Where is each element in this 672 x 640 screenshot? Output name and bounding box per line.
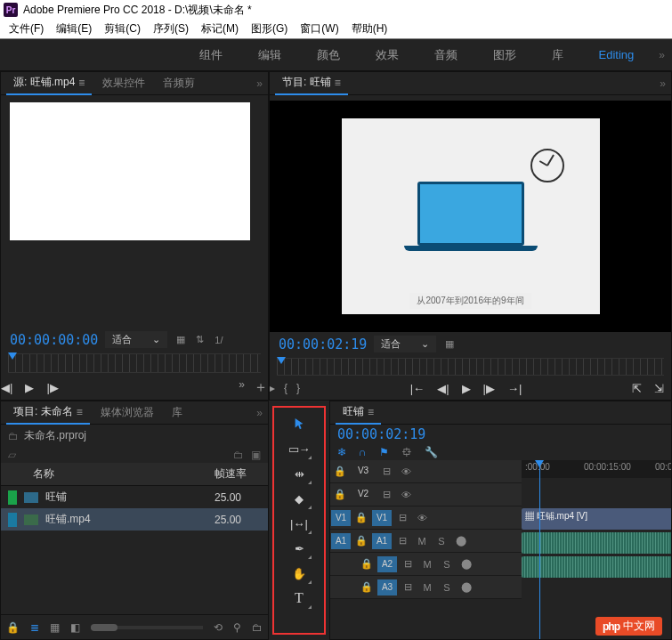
go-to-out-button[interactable]: →| [507, 382, 522, 395]
panel-overflow-icon[interactable]: » [660, 77, 666, 90]
timeline-timecode[interactable]: 00:00:02:19 [330, 425, 671, 444]
slip-tool[interactable]: |↔| [290, 514, 308, 532]
lock-icon[interactable]: 🔒 [352, 535, 371, 547]
eye-icon[interactable]: 👁 [412, 513, 432, 523]
toggle-output-icon[interactable]: ⊟ [376, 489, 396, 500]
tab-menu-icon[interactable]: ≡ [78, 77, 85, 89]
workspace-tab-editing-cn[interactable]: 编辑 [240, 38, 299, 72]
track-a1[interactable]: A1 [372, 533, 392, 549]
menu-help[interactable]: 帮助(H) [346, 20, 393, 38]
workspace-tab-assembly[interactable]: 组件 [182, 38, 240, 72]
track-v2[interactable]: V2 [350, 486, 376, 504]
tab-source[interactable]: 源: 旺铺.mp4≡ [6, 71, 92, 95]
source-time-ruler[interactable] [8, 353, 261, 373]
mute-button[interactable]: M [417, 582, 437, 593]
source-monitor[interactable] [10, 102, 250, 240]
zoom-slider[interactable] [91, 626, 203, 629]
video-clip[interactable]: ▦ 旺铺.mp4 [V] [522, 508, 671, 530]
timeline-ruler[interactable]: :00:00 00:00:15:00 00:00:30:0 [522, 460, 671, 478]
record-icon[interactable]: ⬤ [451, 535, 471, 547]
list-view-button[interactable]: ≣ [30, 621, 39, 634]
resolution-label[interactable]: 1/ [213, 335, 224, 345]
tab-program[interactable]: 节目: 旺铺≡ [275, 71, 348, 95]
toggle-output-icon[interactable]: ⊟ [393, 512, 412, 523]
program-monitor[interactable]: 从2007年到2016年的9年间 [270, 101, 671, 332]
timeline-content[interactable]: :00:00 00:00:15:00 00:00:30:0 ▦ 旺铺.mp4 [… [522, 460, 671, 639]
solo-button[interactable]: S [437, 559, 457, 570]
panel-overflow-icon[interactable]: » [256, 407, 263, 419]
lock-icon[interactable]: 🔒 [330, 489, 350, 500]
project-item-clip[interactable]: 旺铺.mp4 25.00 [1, 508, 268, 531]
track-v3[interactable]: V3 [350, 463, 376, 481]
play-button[interactable]: ▶ [25, 381, 34, 394]
source-zoom-select[interactable]: 适合⌄ [105, 331, 167, 348]
workspace-tab-libraries[interactable]: 库 [534, 38, 581, 72]
program-time-ruler[interactable] [277, 358, 664, 376]
tab-sequence[interactable]: 旺铺≡ [336, 401, 381, 425]
timeline-playhead[interactable] [539, 460, 540, 639]
timeline-settings-button[interactable]: ⯐ [401, 446, 412, 458]
workspace-tab-effects[interactable]: 效果 [358, 38, 417, 72]
tab-project[interactable]: 项目: 未命名≡ [6, 401, 90, 425]
settings-icon[interactable]: ▦ [443, 338, 456, 350]
track-a3[interactable]: A3 [377, 579, 397, 595]
audio-clip-a2[interactable] [522, 556, 671, 578]
lock-icon[interactable]: 🔒 [330, 466, 350, 477]
project-item-sequence[interactable]: 旺铺 25.00 [1, 486, 268, 508]
workspace-tab-editing[interactable]: Editing [581, 39, 652, 70]
workspace-overflow-icon[interactable]: » [652, 49, 672, 61]
menu-sequence[interactable]: 序列(S) [148, 20, 194, 38]
step-back-button[interactable]: ◀| [437, 382, 449, 395]
toggle-output-icon[interactable]: ⊟ [398, 581, 417, 593]
search-icon[interactable]: ▣ [251, 449, 261, 461]
menu-clip[interactable]: 剪辑(C) [99, 20, 146, 38]
track-a2[interactable]: A2 [377, 556, 397, 572]
ripple-edit-tool[interactable]: ⇹ [290, 465, 308, 482]
solo-button[interactable]: S [437, 582, 457, 593]
add-button[interactable]: ＋ [254, 378, 268, 397]
mark-in-button[interactable]: { [284, 382, 287, 394]
workspace-tab-color[interactable]: 颜色 [299, 38, 358, 72]
bin-icon[interactable]: 🗀 [233, 449, 244, 461]
icon-view-button[interactable]: ▦ [50, 621, 60, 634]
menu-marker[interactable]: 标记(M) [196, 20, 244, 38]
menu-window[interactable]: 窗口(W) [295, 20, 344, 38]
col-framerate[interactable]: 帧速率 [215, 466, 261, 482]
menu-graphics[interactable]: 图形(G) [246, 20, 293, 38]
source-patch-a1[interactable]: A1 [331, 533, 351, 549]
overflow-icon[interactable]: » [239, 378, 245, 397]
find-button[interactable]: ⚲ [233, 621, 241, 634]
new-bin-button[interactable]: 🗀 [252, 621, 263, 634]
lock-icon[interactable]: 🔒 [357, 581, 376, 593]
filter-input[interactable]: ▱ [8, 449, 61, 461]
mute-button[interactable]: M [417, 559, 437, 570]
tab-menu-icon[interactable]: ≡ [368, 406, 374, 418]
settings-icon[interactable]: ▦ [174, 334, 187, 345]
menu-edit[interactable]: 编辑(E) [51, 20, 97, 38]
source-playhead-icon[interactable] [8, 352, 17, 360]
step-forward-button[interactable]: |▶ [483, 382, 495, 395]
tab-menu-icon[interactable]: ≡ [335, 77, 341, 89]
record-icon[interactable]: ⬤ [457, 581, 476, 593]
panel-overflow-icon[interactable]: » [256, 77, 263, 90]
play-button[interactable]: ▶ [462, 382, 471, 395]
add-marker-button[interactable]: ▸ [270, 382, 275, 394]
pen-tool[interactable]: ✒ [290, 539, 308, 557]
menu-file[interactable]: 文件(F) [4, 20, 49, 38]
program-timecode[interactable]: 00:00:02:19 [279, 336, 367, 352]
extract-button[interactable]: ⇲ [654, 382, 664, 395]
automate-button[interactable]: ⟲ [214, 621, 223, 634]
selection-tool[interactable] [290, 415, 308, 433]
add-marker-button[interactable]: ⚑ [379, 446, 389, 458]
lift-button[interactable]: ⇱ [632, 382, 642, 395]
track-select-tool[interactable]: ▭→ [290, 440, 308, 458]
source-patch-v1[interactable]: V1 [331, 510, 351, 526]
program-zoom-select[interactable]: 适合⌄ [374, 336, 436, 352]
solo-button[interactable]: S [432, 536, 451, 547]
lock-icon[interactable]: 🔒 [357, 558, 376, 570]
tab-media-browser[interactable]: 媒体浏览器 [93, 401, 161, 424]
lock-icon[interactable]: 🔒 [352, 512, 371, 523]
audio-clip-a1[interactable] [522, 532, 671, 554]
mark-out-button[interactable]: } [296, 382, 300, 394]
eye-icon[interactable]: 👁 [396, 490, 416, 500]
